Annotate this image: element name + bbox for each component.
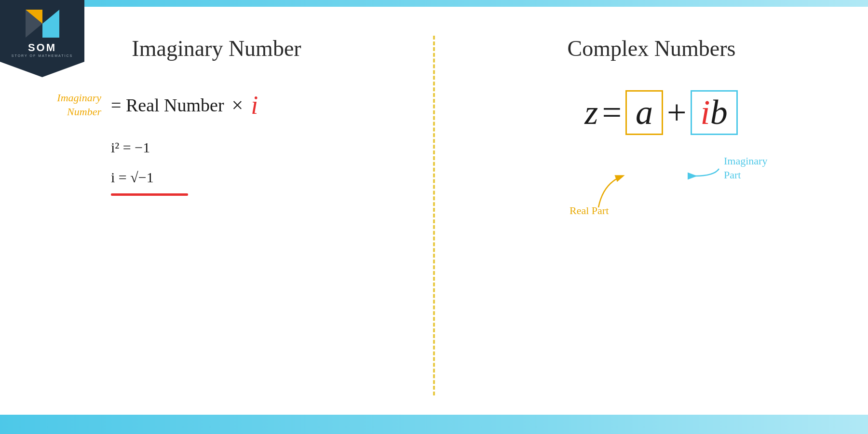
annotations-area: Real Part Imaginary Part	[541, 149, 782, 217]
equals-real-text: = Real Number	[111, 95, 224, 116]
sub-formulas: i² = −1 i = √−1	[48, 139, 154, 186]
left-panel: Imaginary Number Imaginary Number = Real…	[0, 7, 433, 415]
imaginary-formula-area: Imaginary Number = Real Number × i i² = …	[0, 90, 433, 196]
complex-main-formula: z = a + ib	[584, 90, 737, 135]
formula-text: = Real Number × i	[111, 90, 258, 120]
imaginary-formula-row: Imaginary Number = Real Number × i	[48, 90, 258, 120]
plus-symbol: +	[667, 93, 687, 133]
top-accent-bar	[0, 0, 868, 7]
imaginary-part-box: ib	[691, 90, 738, 135]
complex-equals: =	[602, 93, 622, 133]
complex-formula-area: z = a + ib	[435, 90, 868, 217]
sub-formula-i-squared: i² = −1	[111, 139, 154, 156]
real-part-box: a	[625, 90, 663, 135]
red-underline-decoration	[111, 193, 188, 196]
complex-numbers-title: Complex Numbers	[568, 36, 736, 61]
real-part-label: Real Part	[570, 204, 609, 217]
imaginary-part-label: Imaginary Part	[724, 154, 782, 182]
times-symbol: ×	[232, 94, 244, 117]
right-panel: Complex Numbers z = a + ib	[435, 7, 868, 415]
imaginary-i-symbol: i	[251, 90, 258, 120]
imaginary-label: Imaginary Number	[48, 91, 101, 119]
sub-formula-i-sqrt: i = √−1	[111, 169, 154, 186]
imaginary-number-title: Imaginary Number	[132, 36, 301, 61]
main-content: Imaginary Number Imaginary Number = Real…	[0, 7, 868, 415]
z-symbol: z	[584, 93, 598, 133]
bottom-accent-bar	[0, 415, 868, 434]
